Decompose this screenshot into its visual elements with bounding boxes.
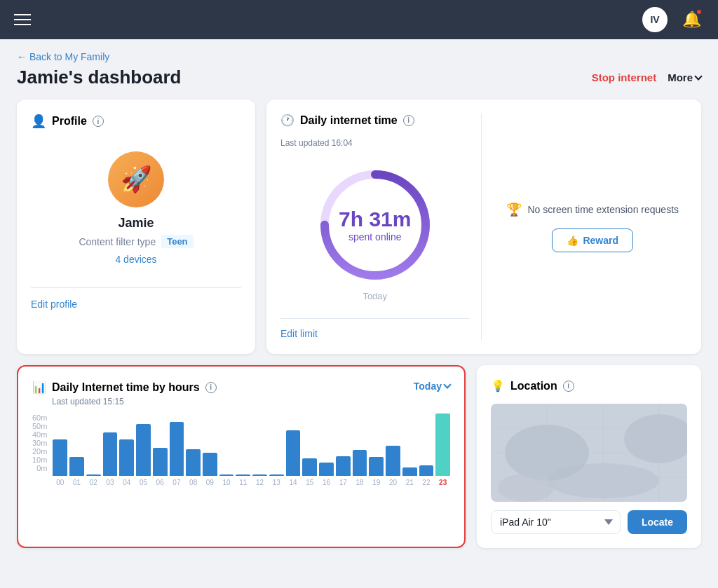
x-label: 06: [153, 479, 168, 486]
clock-icon: 🕐: [280, 114, 294, 127]
bar-item: [186, 413, 201, 476]
page-title: Jamie's dashboard: [17, 67, 182, 88]
chart-subtitle: Last updated 15:15: [52, 397, 217, 406]
x-label: 15: [302, 479, 317, 486]
chart-card: 📊 Daily Internet time by hours i Last up…: [17, 365, 466, 548]
bar: [236, 474, 250, 476]
bars-row: [53, 413, 450, 476]
internet-time-header: 🕐 Daily internet time i: [280, 114, 470, 127]
notification-bell[interactable]: 🔔: [679, 7, 704, 32]
bar-item: [170, 413, 184, 476]
filter-label: Today: [414, 381, 442, 392]
y-label-0: 0m: [32, 464, 47, 472]
rocket-icon: 🚀: [121, 165, 152, 194]
y-label-50: 50m: [32, 422, 47, 430]
circle-container: 7h 31m spent online Today: [280, 148, 470, 315]
x-label: 10: [219, 479, 234, 486]
x-axis: 0001020304050607080910111213141516171819…: [53, 479, 450, 486]
chart-icon: 📊: [32, 381, 46, 394]
locate-button[interactable]: Locate: [628, 510, 687, 534]
circle-wrap: 7h 31m spent online: [312, 162, 438, 288]
y-label-10: 10m: [32, 456, 47, 464]
edit-profile-link[interactable]: Edit profile: [31, 299, 77, 310]
stop-internet-button[interactable]: Stop internet: [592, 71, 657, 83]
x-label: 07: [170, 479, 184, 486]
bar: [153, 448, 168, 476]
time-sub: spent online: [339, 231, 411, 242]
profile-info-icon[interactable]: i: [93, 116, 104, 127]
bar-item: [153, 413, 168, 476]
bar-item: [219, 413, 234, 476]
location-card: 💡 Location i: [477, 365, 701, 548]
trophy-icon: 🏆: [506, 202, 522, 217]
internet-time-right: 🏆 No screen time extension requests 👍 Re…: [482, 114, 688, 340]
edit-limit-link[interactable]: Edit limit: [280, 328, 318, 339]
x-label: 00: [53, 479, 67, 486]
locate-row: iPad Air 10"iPhone 13MacBook ProiPad Min…: [491, 510, 687, 534]
more-label: More: [668, 71, 693, 83]
bar: [203, 453, 217, 476]
internet-time-left: 🕐 Daily internet time i Last updated 16:…: [280, 114, 482, 340]
x-label: 11: [236, 479, 250, 486]
bar: [252, 474, 267, 476]
bar-item: [435, 413, 450, 476]
bar-item: [86, 413, 101, 476]
profile-title: Profile: [52, 115, 87, 128]
profile-card-footer: Edit profile: [31, 287, 241, 310]
device-select[interactable]: iPad Air 10"iPhone 13MacBook ProiPad Min…: [491, 510, 621, 534]
x-label: 09: [203, 479, 217, 486]
bottom-row: 📊 Daily Internet time by hours i Last up…: [17, 365, 701, 548]
avatar[interactable]: IV: [642, 7, 668, 32]
bar-item: [336, 413, 351, 476]
bar-item: [302, 413, 317, 476]
bar-item: [402, 413, 417, 476]
x-label: 22: [419, 479, 434, 486]
cards-row: 👤 Profile i 🚀 Jamie Content filter type …: [17, 100, 701, 354]
bar: [119, 439, 134, 476]
teen-badge: Teen: [161, 235, 193, 248]
profile-card-header: 👤 Profile i: [31, 114, 241, 129]
bars-container: 0001020304050607080910111213141516171819…: [53, 413, 450, 486]
profile-content: 🚀 Jamie Content filter type Teen 4 devic…: [31, 140, 241, 276]
x-label: 17: [336, 479, 351, 486]
no-requests-label: No screen time extension requests: [527, 204, 679, 215]
y-axis: 60m 50m 40m 30m 20m 10m 0m: [32, 413, 53, 486]
bar-item: [269, 413, 284, 476]
map-svg: [491, 404, 687, 502]
bar: [103, 432, 118, 476]
svg-point-6: [498, 474, 554, 502]
content-filter-label: Content filter type: [79, 236, 156, 247]
hamburger-menu[interactable]: [14, 14, 31, 25]
notification-badge: [696, 8, 703, 15]
x-label: 02: [86, 479, 101, 486]
nav-right-section: IV 🔔: [642, 7, 704, 32]
reward-label: Reward: [583, 235, 618, 246]
profile-card: 👤 Profile i 🚀 Jamie Content filter type …: [17, 100, 255, 354]
reward-button[interactable]: 👍 Reward: [552, 228, 633, 252]
y-label-40: 40m: [32, 430, 47, 439]
x-label: 14: [286, 479, 301, 486]
dashboard-header: Jamie's dashboard Stop internet More: [17, 67, 701, 88]
today-filter[interactable]: Today: [414, 381, 450, 392]
bar-item: [252, 413, 267, 476]
x-label: 05: [136, 479, 151, 486]
user-icon: 👤: [31, 114, 46, 129]
x-label: 08: [186, 479, 201, 486]
chart-area: 60m 50m 40m 30m 20m 10m 0m 0001020304050…: [32, 413, 450, 486]
bar: [286, 430, 301, 477]
x-label: 21: [402, 479, 417, 486]
devices-link[interactable]: 4 devices: [115, 254, 156, 265]
bar-item: [286, 413, 301, 476]
back-link[interactable]: ← Back to My Family: [17, 51, 109, 62]
more-button[interactable]: More: [668, 71, 701, 83]
chart-title-section: 📊 Daily Internet time by hours i Last up…: [32, 381, 217, 406]
x-label: 13: [269, 479, 284, 486]
thumbsup-icon: 👍: [567, 235, 578, 246]
chart-info-icon[interactable]: i: [205, 382, 217, 393]
bar: [136, 424, 151, 476]
chart-header: 📊 Daily Internet time by hours i Last up…: [32, 381, 450, 406]
internet-time-info-icon[interactable]: i: [403, 115, 414, 126]
internet-time-card: 🕐 Daily internet time i Last updated 16:…: [266, 100, 701, 354]
location-info-icon[interactable]: i: [563, 381, 574, 392]
bar: [419, 465, 434, 476]
